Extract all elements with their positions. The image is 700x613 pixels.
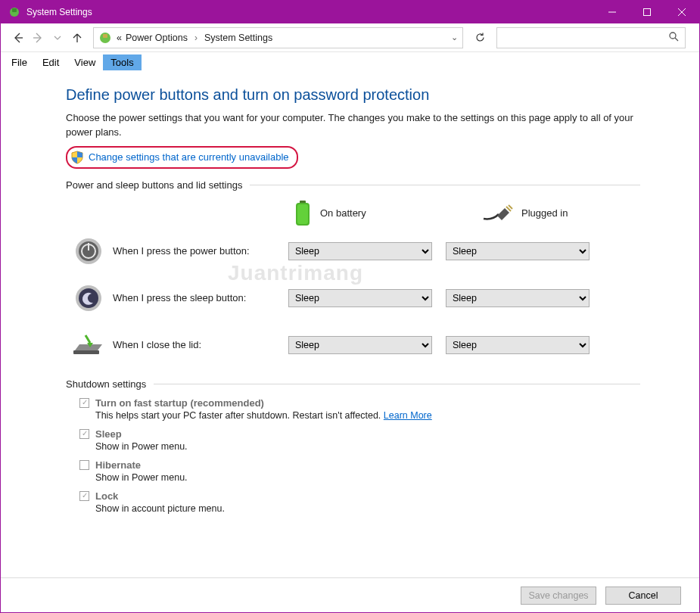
recent-button[interactable] (48, 28, 67, 48)
page-description: Choose the power settings that you want … (66, 111, 640, 140)
search-input[interactable] (503, 33, 668, 43)
svg-rect-23 (73, 350, 99, 354)
back-button[interactable] (8, 28, 28, 48)
chevron-right-icon: › (194, 33, 198, 43)
menu-view[interactable]: View (67, 54, 103, 70)
minimize-button[interactable] (595, 1, 630, 23)
breadcrumb[interactable]: « Power Options › System Settings ⌄ (93, 27, 463, 48)
up-button[interactable] (67, 28, 87, 48)
laptop-lid-icon (72, 332, 105, 358)
window-title: System Settings (26, 7, 595, 17)
opt-label: Sleep (95, 428, 122, 440)
menu-tools[interactable]: Tools (103, 54, 141, 70)
fast-startup-checkbox[interactable] (79, 398, 89, 408)
breadcrumb-prefix: « (117, 33, 122, 43)
opt-fast-startup: Turn on fast startup (recommended) This … (79, 397, 640, 421)
opt-sub: This helps start your PC faster after sh… (95, 410, 381, 421)
row-label: When I close the lid: (113, 339, 288, 350)
row-power-button: When I press the power button: Sleep Sle… (66, 235, 640, 268)
save-button[interactable]: Save changes (521, 587, 596, 605)
sleep-button-plugged-select[interactable]: Sleep (446, 289, 590, 307)
plug-icon (482, 204, 514, 223)
opt-sub: Show in account picture menu. (95, 503, 640, 514)
lid-plugged-select[interactable]: Sleep (446, 336, 590, 354)
breadcrumb-item[interactable]: System Settings (202, 31, 275, 45)
svg-rect-14 (297, 204, 308, 224)
menu-edit[interactable]: Edit (35, 54, 67, 70)
opt-hibernate: Hibernate Show in Power menu. (79, 459, 640, 483)
content-scroll[interactable]: Juantrimang Define power buttons and tur… (1, 73, 699, 577)
col-battery-label: On battery (320, 207, 366, 219)
opt-sleep: Sleep Show in Power menu. (79, 428, 640, 452)
search-box[interactable] (496, 27, 686, 48)
power-section-title: Power and sleep buttons and lid settings (66, 179, 640, 191)
opt-label: Turn on fast startup (recommended) (95, 397, 264, 409)
svg-rect-3 (644, 9, 651, 16)
learn-more-link[interactable]: Learn More (384, 410, 432, 421)
svg-point-22 (79, 288, 98, 308)
sleep-checkbox[interactable] (79, 429, 89, 439)
power-button-plugged-select[interactable]: Sleep (446, 242, 590, 260)
chevron-down-icon[interactable]: ⌄ (451, 33, 458, 42)
opt-label: Hibernate (95, 459, 141, 471)
svg-rect-9 (103, 34, 107, 38)
svg-line-11 (675, 38, 678, 41)
shield-icon (70, 151, 84, 164)
svg-rect-1 (12, 8, 17, 12)
forward-button[interactable] (28, 28, 48, 48)
battery-icon (293, 198, 313, 229)
refresh-button[interactable] (469, 27, 490, 48)
control-panel-icon (98, 31, 112, 45)
search-icon[interactable] (668, 31, 679, 44)
row-close-lid: When I close the lid: Sleep Sleep (66, 328, 640, 362)
row-label: When I press the power button: (113, 245, 288, 257)
menubar: File Edit View Tools (1, 52, 699, 72)
opt-sub: Show in Power menu. (95, 441, 640, 452)
column-headers: On battery Plugged in (293, 198, 640, 229)
content: Define power buttons and turn on passwor… (1, 73, 699, 529)
power-button-battery-select[interactable]: Sleep (288, 242, 432, 260)
power-button-icon (73, 236, 104, 266)
maximize-button[interactable] (630, 1, 664, 23)
opt-sub: Show in Power menu. (95, 472, 640, 483)
titlebar: System Settings (1, 1, 699, 23)
change-settings-label: Change settings that are currently unava… (89, 151, 289, 163)
cancel-button[interactable]: Cancel (605, 587, 681, 605)
menu-file[interactable]: File (4, 54, 35, 70)
close-button[interactable] (664, 1, 699, 23)
page-heading: Define power buttons and turn on passwor… (66, 86, 640, 104)
svg-point-10 (670, 33, 676, 39)
bottom-bar: Save changes Cancel (1, 577, 699, 612)
opt-lock: Lock Show in account picture menu. (79, 490, 640, 514)
row-sleep-button: When I press the sleep button: Sleep Sle… (66, 282, 640, 315)
row-label: When I press the sleep button: (113, 292, 288, 303)
opt-label: Lock (95, 490, 118, 502)
lock-checkbox[interactable] (79, 491, 89, 501)
hibernate-checkbox[interactable] (79, 460, 89, 470)
col-plugged-label: Plugged in (521, 207, 568, 219)
breadcrumb-item[interactable]: Power Options (123, 31, 190, 45)
sleep-button-battery-select[interactable]: Sleep (288, 289, 432, 307)
svg-line-16 (509, 205, 512, 209)
sleep-button-icon (73, 283, 104, 313)
lid-battery-select[interactable]: Sleep (288, 336, 432, 354)
change-settings-link[interactable]: Change settings that are currently unava… (66, 146, 298, 169)
nav-row: « Power Options › System Settings ⌄ (1, 23, 699, 52)
shutdown-section-title: Shutdown settings (66, 378, 640, 390)
app-icon (8, 6, 20, 18)
